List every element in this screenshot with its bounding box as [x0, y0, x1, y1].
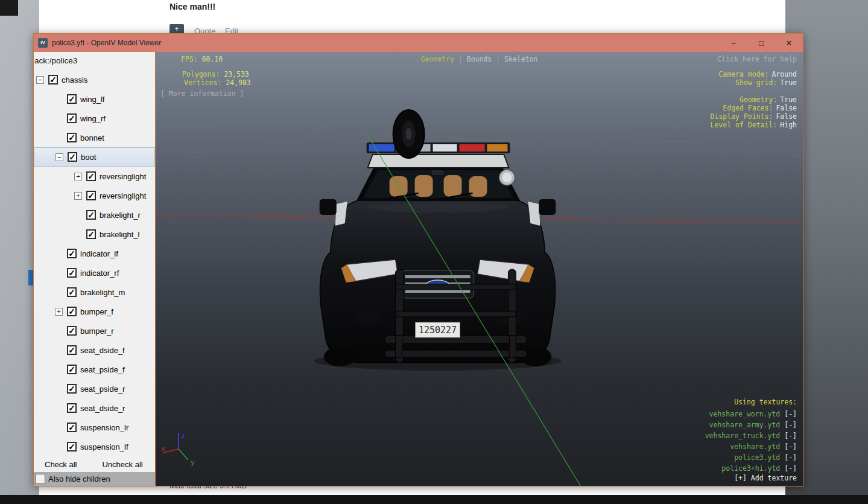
tree-item-label[interactable]: chassis [62, 75, 87, 85]
texture-name[interactable]: vehshare_worn.ytd [709, 410, 781, 418]
more-information-link[interactable]: [ More information ] [160, 89, 244, 98]
tree-item-label[interactable]: suspension_lf [80, 442, 128, 451]
titlebar[interactable]: IV police3.yft - OpenIV Model Viewer – □… [34, 34, 803, 52]
tree-item-bonnet[interactable]: ✓bonnet [34, 128, 155, 147]
tab-skeleton[interactable]: Skeleton [504, 55, 537, 63]
tab-separator: | [492, 55, 504, 63]
tree-item-label[interactable]: bumper_f [80, 307, 113, 316]
tree-item-bumper_r[interactable]: ✓bumper_r [34, 321, 155, 340]
tree-item-seat_dside_r[interactable]: ✓seat_dside_r [34, 398, 155, 418]
tree-item-brakelight_r[interactable]: ✓brakelight_r [34, 205, 155, 225]
visibility-checkbox[interactable]: ✓ [86, 171, 96, 181]
visibility-checkbox[interactable]: ✓ [67, 307, 77, 316]
tree-item-indicator_rf[interactable]: ✓indicator_rf [34, 263, 155, 282]
tree-item-suspension_lf[interactable]: ✓suspension_lf [34, 437, 155, 456]
expand-icon[interactable]: + [74, 192, 82, 200]
visibility-checkbox[interactable]: ✓ [67, 403, 77, 413]
visibility-checkbox[interactable]: ✓ [67, 94, 77, 104]
tree-item-brakelight_l[interactable]: ✓brakelight_l [34, 225, 155, 244]
expand-icon[interactable]: + [55, 308, 63, 316]
tree-item-label[interactable]: reversinglight [100, 191, 146, 200]
tree-item-label[interactable]: wing_rf [80, 114, 106, 123]
close-button[interactable]: ✕ [775, 34, 803, 52]
visibility-checkbox[interactable]: ✓ [67, 113, 77, 123]
tree-item-label[interactable]: boot [81, 153, 96, 162]
setting-row[interactable]: Display Points:False [711, 112, 797, 121]
tree-item-label[interactable]: suspension_lr [80, 423, 128, 432]
also-hide-children-checkbox[interactable] [35, 474, 45, 484]
tree-item-reversinglight[interactable]: +✓reversinglight [34, 167, 155, 186]
collapse-icon[interactable]: − [55, 153, 63, 161]
tree-item-indicator_lf[interactable]: ✓indicator_lf [34, 244, 155, 263]
visibility-checkbox[interactable]: ✓ [67, 268, 77, 278]
visibility-checkbox[interactable]: ✓ [67, 442, 77, 451]
tree-item-label[interactable]: seat_pside_f [80, 365, 125, 374]
setting-row[interactable]: Level of Detail:High [711, 121, 797, 129]
remove-texture-button[interactable]: [-] [780, 410, 797, 418]
tree-item-suspension_lr[interactable]: ✓suspension_lr [34, 418, 155, 437]
visibility-checkbox[interactable]: ✓ [67, 133, 77, 142]
uncheck-all-button[interactable]: Uncheck all [102, 460, 142, 469]
visibility-checkbox[interactable]: ✓ [67, 287, 77, 297]
tree-item-seat_pside_r[interactable]: ✓seat_pside_r [34, 379, 155, 398]
tree-item-label[interactable]: bonnet [80, 133, 104, 142]
visibility-checkbox[interactable]: ✓ [67, 249, 77, 258]
setting-row[interactable]: Show grid:True [718, 78, 797, 87]
tree-item-wing_rf[interactable]: ✓wing_rf [34, 109, 155, 128]
visibility-checkbox[interactable]: ✓ [67, 384, 77, 394]
tab-geometry[interactable]: Geometry [421, 55, 454, 63]
tree-item-label[interactable]: seat_dside_f [80, 346, 125, 355]
tree-item-seat_pside_f[interactable]: ✓seat_pside_f [34, 360, 155, 379]
tree-item-label[interactable]: indicator_lf [80, 249, 118, 258]
tree-item-boot[interactable]: −✓boot [34, 147, 155, 167]
tree-item-label[interactable]: brakelight_r [100, 211, 141, 220]
setting-row[interactable]: Edged Faces:False [711, 104, 797, 112]
setting-row[interactable]: Geometry:True [711, 95, 797, 104]
visibility-checkbox[interactable]: ✓ [86, 191, 96, 200]
texture-row: police3+hi.ytd [-] [705, 463, 797, 474]
tree-item-label[interactable]: reversinglight [100, 172, 146, 181]
texture-name[interactable]: vehshare_army.ytd [709, 421, 781, 429]
tree-item-label[interactable]: indicator_rf [80, 269, 119, 278]
check-all-button[interactable]: Check all [45, 460, 77, 469]
add-texture-button[interactable]: [+] Add texture [734, 474, 797, 482]
visibility-checkbox[interactable]: ✓ [86, 210, 96, 220]
tree-item-bumper_f[interactable]: +✓bumper_f [34, 302, 155, 321]
minimize-button[interactable]: – [720, 34, 747, 52]
remove-texture-button[interactable]: [-] [780, 421, 797, 429]
tree-item-reversinglight[interactable]: +✓reversinglight [34, 186, 155, 205]
remove-texture-button[interactable]: [-] [780, 442, 797, 451]
remove-texture-button[interactable]: [-] [780, 453, 797, 462]
remove-texture-button[interactable]: [-] [780, 432, 797, 440]
visibility-checkbox[interactable]: ✓ [67, 345, 77, 355]
tree-item-brakelight_m[interactable]: ✓brakelight_m [34, 282, 155, 302]
collapse-icon[interactable]: − [36, 76, 44, 84]
maximize-button[interactable]: □ [747, 34, 775, 52]
texture-name[interactable]: vehshare.ytd [730, 442, 780, 451]
help-link[interactable]: Click here for help [717, 55, 797, 63]
texture-name[interactable]: police3+hi.ytd [721, 464, 780, 473]
tree-item-label[interactable]: brakelight_m [80, 288, 125, 297]
tree-item-label[interactable]: bumper_r [80, 327, 114, 336]
setting-row[interactable]: Camera mode:Around [718, 70, 797, 78]
texture-name[interactable]: vehshare_truck.ytd [705, 432, 781, 440]
tree-item-label[interactable]: brakelight_l [100, 230, 140, 239]
3d-viewport[interactable]: 1250227 FPS: 60.10 Polygons: 23,533 Vert… [156, 52, 803, 486]
tab-bounds[interactable]: Bounds [467, 55, 492, 63]
tree-item-label[interactable]: wing_lf [80, 95, 104, 104]
visibility-checkbox[interactable]: ✓ [48, 75, 58, 85]
expand-icon[interactable]: + [74, 173, 82, 180]
texture-name[interactable]: police3.ytd [734, 453, 780, 462]
tree-item-seat_dside_f[interactable]: ✓seat_dside_f [34, 340, 155, 360]
visibility-checkbox[interactable]: ✓ [67, 423, 77, 432]
visibility-checkbox[interactable]: ✓ [86, 229, 96, 239]
tree-item-label[interactable]: seat_pside_r [80, 384, 125, 394]
texture-row: police3.ytd [-] [705, 452, 797, 463]
tree-item-wing_lf[interactable]: ✓wing_lf [34, 89, 155, 109]
visibility-checkbox[interactable]: ✓ [68, 152, 77, 162]
remove-texture-button[interactable]: [-] [780, 464, 797, 473]
tree-item-chassis[interactable]: −✓chassis [34, 70, 155, 89]
visibility-checkbox[interactable]: ✓ [67, 326, 77, 336]
tree-item-label[interactable]: seat_dside_r [80, 404, 125, 413]
visibility-checkbox[interactable]: ✓ [67, 365, 77, 374]
